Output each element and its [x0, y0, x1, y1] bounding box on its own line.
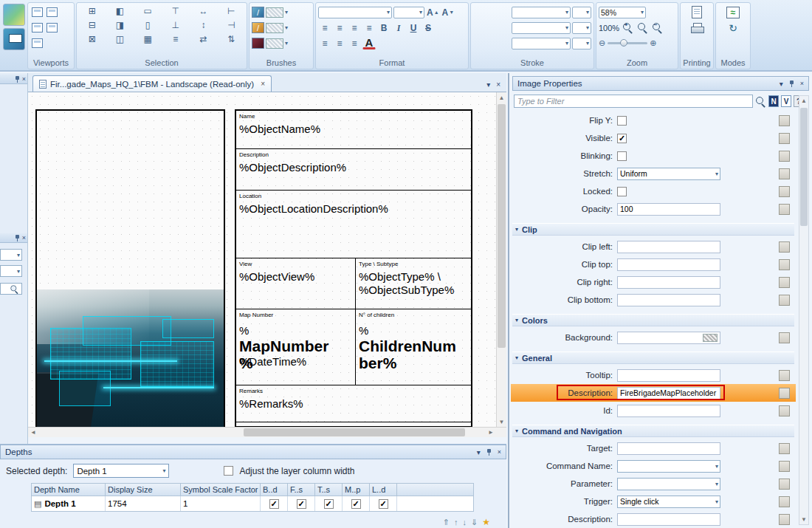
vertical-scrollbar[interactable]: ▲ ▼ [496, 92, 506, 427]
collapsed-dropdown[interactable]: ▾ [0, 249, 22, 261]
property-input[interactable] [617, 294, 720, 306]
property-input[interactable] [617, 258, 720, 271]
property-state-button[interactable] [779, 186, 790, 197]
column-header[interactable]: L..d [370, 484, 397, 496]
property-state-button[interactable] [779, 277, 790, 288]
property-state-button[interactable] [779, 168, 790, 179]
zoom-level-select[interactable]: 58%▾ [599, 7, 646, 18]
pin-icon[interactable] [788, 80, 795, 88]
template-field-children[interactable]: N° of children % ChildrenNumber% [356, 309, 471, 385]
map-photo-placeholder-box[interactable] [35, 109, 225, 427]
property-input[interactable] [617, 405, 720, 417]
property-state-button[interactable] [779, 295, 790, 306]
scroll-down-icon[interactable]: ▼ [799, 515, 808, 524]
property-state-button[interactable] [779, 370, 790, 381]
new-viewport-icon[interactable] [30, 6, 44, 19]
scroll-up-icon[interactable]: ▲ [497, 92, 506, 103]
copy-icon[interactable]: ⊞ [83, 4, 101, 18]
depth-flag-checkbox[interactable] [379, 499, 388, 509]
delete-icon[interactable]: ⊠ [83, 32, 101, 46]
stroke-end-cap-select[interactable]: ▾ [512, 38, 571, 49]
filter-input[interactable] [514, 95, 753, 108]
horizontal-scrollbar[interactable]: ◄ ► [28, 427, 506, 437]
anchor-left-icon[interactable]: ⊢ [222, 4, 240, 18]
align-text-left-icon[interactable]: ≡ [318, 21, 331, 35]
distribute-vertical-icon[interactable]: ↕ [195, 18, 213, 32]
stroke-style-select[interactable]: ▾ [512, 7, 571, 18]
align-top-icon[interactable]: ⊤ [167, 4, 185, 18]
pencil-icon[interactable]: / [252, 22, 264, 33]
property-state-button[interactable] [779, 133, 790, 144]
scroll-right-icon[interactable]: ► [486, 428, 496, 437]
property-state-button[interactable] [779, 115, 790, 126]
property-input[interactable] [617, 442, 720, 455]
italic-button[interactable]: I [392, 21, 405, 35]
section-header-command-and-navigation[interactable]: ▾Command and Navigation [512, 425, 794, 437]
fill-color-icon[interactable] [252, 38, 264, 49]
clone-viewport-icon[interactable] [45, 6, 58, 19]
template-field-name[interactable]: Name %ObjectName% [236, 111, 471, 149]
template-field-description[interactable]: Description %ObjectDescription% [236, 149, 471, 191]
property-input[interactable]: FireBrigadeMapPlaceholder [617, 387, 720, 400]
edit-view-icon[interactable] [3, 28, 25, 50]
stroke-dash-select[interactable]: ▾ [572, 38, 591, 49]
vertical-scroll-thumb[interactable] [498, 104, 506, 348]
stroke-start-cap-select[interactable]: ▾ [512, 22, 571, 34]
move-up-icon[interactable]: ↑ [454, 518, 458, 527]
pen-pattern-swatch[interactable] [266, 23, 283, 33]
close-document-icon[interactable]: × [496, 80, 500, 89]
scroll-left-icon[interactable]: ◄ [28, 428, 38, 437]
depth-flag-checkbox[interactable] [269, 499, 279, 509]
filter-value-toggle[interactable]: V [781, 95, 791, 107]
column-header[interactable]: T..s [315, 484, 343, 496]
font-size-select[interactable]: ▾ [393, 7, 424, 18]
close-viewport-icon[interactable] [30, 37, 44, 50]
move-bottom-icon[interactable]: ⇓ [471, 518, 478, 527]
shrink-font-icon[interactable]: A▼ [441, 6, 455, 19]
column-header[interactable]: Depth Name [32, 484, 106, 496]
depth-flag-checkbox[interactable] [324, 499, 334, 509]
brush-icon[interactable]: / [252, 7, 264, 18]
template-field-type[interactable]: Type \ Subtype %ObjectType% \ %ObjectSub… [356, 258, 471, 309]
strikethrough-button[interactable]: S [422, 21, 435, 35]
group-icon[interactable]: ▦ [139, 32, 156, 46]
property-checkbox[interactable] [617, 116, 627, 126]
align-right-icon[interactable]: ◨ [111, 18, 129, 32]
depth-display-size[interactable]: 1754 [106, 496, 181, 511]
selected-depth-select[interactable]: Depth 1▾ [73, 464, 169, 478]
align-bottom-icon[interactable]: ⊥ [167, 18, 185, 32]
close-icon[interactable]: × [800, 80, 804, 87]
property-color-input[interactable] [617, 332, 720, 344]
vertical-align-bottom-icon[interactable]: ≡ [348, 37, 361, 50]
anchor-right-icon[interactable]: ⊣ [222, 18, 240, 32]
property-checkbox[interactable] [617, 151, 627, 161]
flip-vertical-icon[interactable]: ⇅ [222, 32, 240, 46]
column-header[interactable]: Symbol Scale Factor [181, 484, 261, 496]
chevron-down-icon[interactable]: ▾ [285, 9, 288, 16]
property-input[interactable] [617, 369, 720, 382]
template-field-map-number[interactable]: Map Number % MapNumber % %DateTime% [236, 309, 356, 385]
template-field-view[interactable]: View %ObjectView% [236, 258, 356, 309]
collapsed-dropdown[interactable]: ▾ [0, 265, 22, 277]
property-checkbox[interactable] [617, 187, 627, 196]
column-header[interactable]: Display Size [106, 484, 181, 496]
close-icon[interactable]: × [22, 235, 26, 241]
cut-icon[interactable]: ⊟ [83, 18, 101, 32]
depth-scale-factor[interactable]: 1 [181, 496, 261, 511]
zoom-in-icon[interactable]: + [621, 21, 634, 35]
property-state-button[interactable] [779, 204, 790, 215]
property-state-button[interactable] [779, 479, 790, 490]
column-header[interactable]: M..p [343, 484, 370, 496]
distribute-horizontal-icon[interactable]: ↔ [195, 4, 213, 18]
pin-icon[interactable] [486, 448, 492, 456]
depth-flag-checkbox[interactable] [351, 499, 361, 509]
bold-button[interactable]: B [377, 21, 390, 35]
zoom-slider-track[interactable] [608, 42, 647, 44]
runtime-mode-icon[interactable]: ↻ [726, 21, 740, 35]
map-image-icon[interactable] [3, 4, 25, 26]
filter-name-toggle[interactable]: N [768, 95, 779, 107]
property-input[interactable] [617, 241, 720, 253]
property-state-button[interactable] [779, 388, 790, 399]
section-header-colors[interactable]: ▾Colors [512, 314, 794, 326]
zoom-slider-thumb[interactable] [620, 39, 627, 47]
